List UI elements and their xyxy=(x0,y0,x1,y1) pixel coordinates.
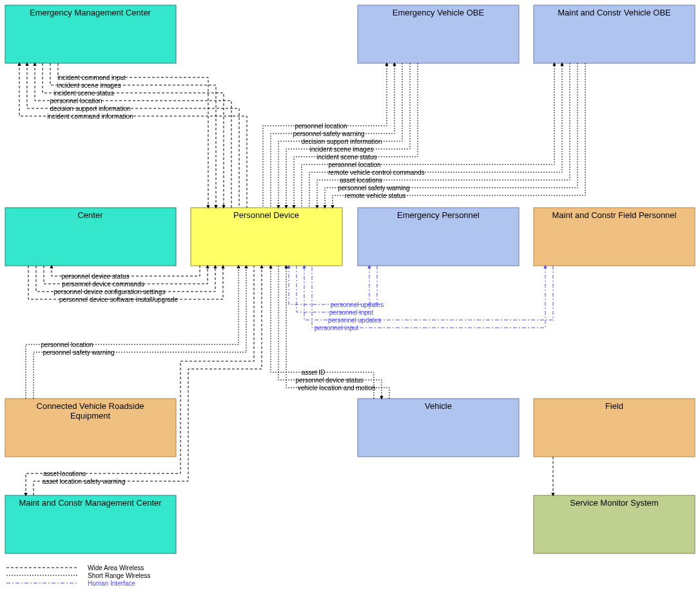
flow-mp1: personnel updates xyxy=(328,317,381,324)
flow-ep1: personnel updates xyxy=(331,301,384,308)
flow-ep2: personnel input xyxy=(329,309,374,316)
label-center: Center xyxy=(77,210,103,220)
label-field: Field xyxy=(605,401,623,411)
flow-ev5: incident scene status xyxy=(316,154,376,161)
flow-mc2: asset location safety warning xyxy=(43,478,125,485)
flow-cv2: personnel safety warning xyxy=(43,349,114,356)
flow-mp2: personnel input xyxy=(315,324,359,332)
flow-mv3: asset locations xyxy=(340,177,382,184)
flow-mv4: personnel safety warning xyxy=(338,184,409,192)
flow-c1: personnel device status xyxy=(61,273,129,280)
context-diagram: Emergency Management Center Emergency Ve… xyxy=(0,0,700,596)
flow-emc5: decision support information xyxy=(50,105,130,112)
flow-mv5: remote vehicle status xyxy=(345,192,406,199)
flow-ev2: personnel safety warning xyxy=(293,130,364,137)
legend: Wide Area Wireless Short Range Wireless … xyxy=(6,564,150,587)
flows-emc-pd xyxy=(19,63,247,208)
flow-mv2: remote vehicle control commands xyxy=(328,169,425,176)
flow-emc2: incident scene images xyxy=(57,82,121,89)
flow-v3: vehicle location and motion xyxy=(298,384,376,392)
flow-emc1: incident command input xyxy=(57,74,126,81)
label-sms: Service Monitor System xyxy=(570,498,658,508)
label-mcfp: Maint and Constr Field Personnel xyxy=(552,210,677,220)
label-mcmc: Maint and Constr Management Center xyxy=(19,498,162,508)
label-mcvobe: Maint and Constr Vehicle OBE xyxy=(558,8,671,17)
flow-emc6: incident command information xyxy=(47,113,133,120)
flow-emc4: personnel location xyxy=(50,97,102,104)
legend-hi: Human Interface xyxy=(88,580,135,587)
legend-waw: Wide Area Wireless xyxy=(88,564,144,571)
label-cvre-l2: Equipment xyxy=(70,411,111,421)
flow-cv1: personnel location xyxy=(41,341,93,348)
flow-v2: personnel device status xyxy=(295,377,363,384)
flow-ev1: personnel location xyxy=(295,123,347,130)
label-emc: Emergency Management Center xyxy=(30,8,151,17)
flow-c3: personnel device configuration settings xyxy=(54,288,166,295)
flow-c2: personnel device commands xyxy=(62,281,144,288)
flow-ev4: incident scene images xyxy=(310,146,374,153)
flow-v1: asset ID xyxy=(302,369,326,376)
label-cvre-l1: Connected Vehicle Roadside xyxy=(37,401,144,411)
flow-c4: personnel device software install/upgrad… xyxy=(59,296,178,303)
flow-mc1: asset locations xyxy=(43,470,86,477)
flow-emc3: incident scene status xyxy=(53,90,113,97)
label-ep: Emergency Personnel xyxy=(397,210,480,220)
flow-mv1: personnel location xyxy=(328,161,380,168)
label-evobe: Emergency Vehicle OBE xyxy=(393,8,485,17)
label-pd: Personnel Device xyxy=(233,210,299,220)
label-vehicle: Vehicle xyxy=(425,401,452,411)
legend-srw: Short Range Wireless xyxy=(88,572,150,579)
flow-ev3: decision support information xyxy=(301,138,382,145)
